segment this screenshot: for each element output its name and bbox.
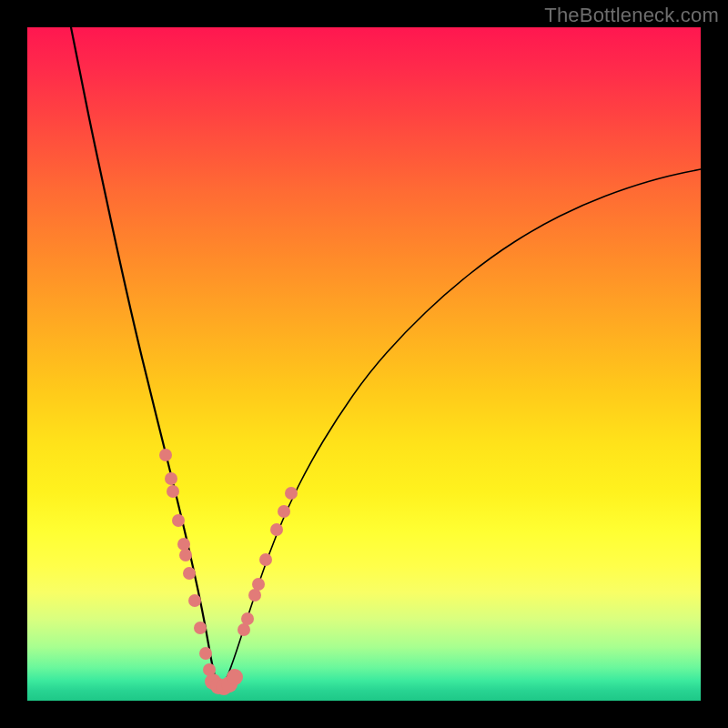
data-point-dot <box>278 505 290 518</box>
right-curve <box>220 169 701 687</box>
data-point-dot <box>270 523 283 536</box>
data-point-dot <box>241 612 254 625</box>
data-point-dot <box>248 589 261 602</box>
data-point-dot <box>172 514 185 527</box>
chart-plot-area <box>27 27 701 701</box>
data-point-dot <box>165 472 177 485</box>
data-point-dot <box>159 449 172 461</box>
chart-frame: TheBottleneck.com <box>0 0 728 728</box>
data-point-dot <box>177 538 190 551</box>
data-point-dot <box>259 553 272 566</box>
chart-svg <box>27 27 701 701</box>
left-curve <box>71 27 220 687</box>
dots-right-group <box>238 487 298 636</box>
data-point-dot <box>199 647 212 660</box>
data-point-dot <box>183 567 196 580</box>
data-point-dot <box>227 669 243 685</box>
data-point-dot <box>238 623 250 636</box>
data-point-dot <box>285 487 298 500</box>
data-point-dot <box>194 622 207 634</box>
data-point-dot <box>179 549 192 561</box>
watermark-text: TheBottleneck.com <box>544 4 719 27</box>
data-point-dot <box>252 578 265 591</box>
data-point-dot <box>188 594 201 607</box>
data-point-dot <box>167 485 179 498</box>
